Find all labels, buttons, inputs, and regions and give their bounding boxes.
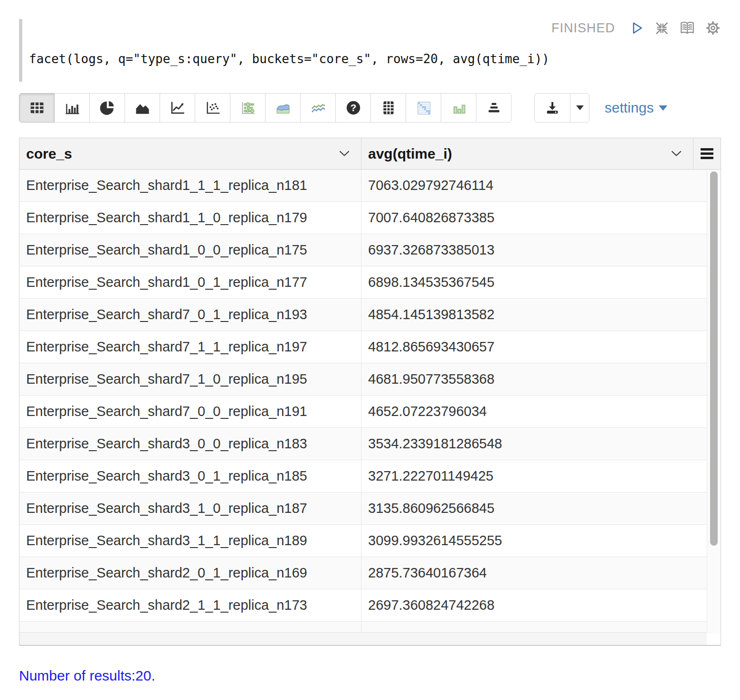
table-cell-core: Enterprise_Search_shard7_1_0_replica_n19…	[19, 363, 361, 395]
settings-label: settings	[605, 100, 654, 116]
table-cell-avg: 3534.2339181286548	[361, 428, 721, 460]
columns-icon	[451, 100, 467, 116]
vertical-scrollbar[interactable]	[707, 170, 721, 632]
scatter-plot-icon	[205, 100, 221, 116]
table-cell-avg: 2697.360824742268	[361, 589, 721, 621]
table-cell-core: Enterprise_Search_shard1_0_0_replica_n17…	[19, 234, 361, 266]
chart-type-heatmap-button[interactable]	[406, 93, 441, 123]
table-row: Enterprise_Search_shard3_0_0_replica_n18…	[19, 428, 721, 460]
gear-icon	[705, 20, 721, 36]
table-row: Enterprise_Search_shard7_0_1_replica_n19…	[19, 299, 721, 331]
chart-type-help-button[interactable]: ?	[335, 93, 371, 123]
table-row: Enterprise_Search_shard1_0_0_replica_n17…	[19, 234, 721, 266]
table-cell-avg: 3099.9932614555255	[361, 525, 721, 557]
download-icon	[544, 100, 560, 116]
chart-type-pie-button[interactable]	[89, 93, 125, 123]
caret-down-icon	[659, 105, 667, 111]
caret-down-icon	[576, 105, 584, 110]
table-cell-core: Enterprise_Search_shard3_1_0_replica_n18…	[19, 492, 361, 524]
chevron-down-icon[interactable]	[671, 151, 682, 157]
line-chart-icon	[170, 100, 186, 116]
vertical-scrollbar-thumb[interactable]	[710, 171, 718, 546]
table-cell-avg: 6898.134535367545	[361, 266, 721, 298]
table-cell-avg: 4652.07223796034	[361, 396, 721, 427]
chart-type-line-button[interactable]	[160, 93, 195, 123]
chart-type-columns-button[interactable]	[441, 93, 476, 123]
shrink-button[interactable]	[654, 20, 670, 36]
table-row: Enterprise_Search_shard3_1_0_replica_n18…	[19, 492, 721, 525]
table-row: Enterprise_Search_shard7_1_0_replica_n19…	[19, 363, 721, 396]
pyramid-icon	[486, 100, 502, 116]
settings-link[interactable]: settings	[605, 93, 667, 123]
table-cell-core: Enterprise_Search_shard2_1_1_replica_n17…	[19, 589, 361, 621]
table-cell-avg: 7063.029792746114	[361, 170, 721, 201]
column-header-core_s[interactable]: core_s	[19, 138, 361, 169]
table-row: Enterprise_Search_shard1_1_0_replica_n17…	[19, 202, 721, 234]
table-cell-core: Enterprise_Search_shard3_1_1_replica_n18…	[19, 525, 361, 557]
results-table: core_s avg(qtime_i) Enterprise_Search_sh…	[19, 138, 721, 646]
chart-type-scatter-button[interactable]	[195, 93, 230, 123]
chart-type-multi-line-button[interactable]	[300, 93, 336, 123]
table-row: Enterprise_Search_shard3_0_1_replica_n18…	[19, 460, 721, 492]
table-menu-button[interactable]	[693, 138, 721, 169]
column-header-avg-qtime[interactable]: avg(qtime_i)	[361, 138, 693, 169]
table-cell-avg: 4681.950773558368	[361, 363, 721, 395]
bubble-matrix-icon	[240, 100, 256, 116]
table-cell-core: Enterprise_Search_shard3_0_0_replica_n18…	[19, 428, 361, 460]
chart-type-pyramid-button[interactable]	[476, 93, 512, 123]
table-cell-avg: 3135.860962566845	[361, 492, 721, 524]
results-count: Number of results:20.	[19, 668, 155, 684]
play-icon	[629, 20, 645, 36]
table-row: Enterprise_Search_shard2_1_1_replica_n17…	[19, 589, 721, 622]
table-cell-core: Enterprise_Search_shard3_0_1_replica_n18…	[19, 460, 361, 492]
table-cell-avg: 4812.865693430657	[361, 331, 721, 363]
svg-text:?: ?	[350, 102, 356, 113]
notebook-button[interactable]	[679, 20, 695, 36]
shrink-icon	[654, 20, 670, 36]
table-cell-core: Enterprise_Search_shard1_1_1_replica_n18…	[19, 170, 361, 201]
chart-type-stacked-area-button[interactable]	[265, 93, 301, 123]
pie-chart-icon	[99, 100, 115, 116]
table-row: Enterprise_Search_shard1_1_1_replica_n18…	[19, 170, 721, 202]
table-row: Enterprise_Search_shard2_0_1_replica_n16…	[19, 557, 721, 589]
download-button[interactable]	[534, 93, 570, 123]
chevron-down-icon[interactable]	[339, 151, 350, 157]
table-cell-core: Enterprise_Search_shard2_0_1_replica_n16…	[19, 557, 361, 589]
horizontal-scrollbar[interactable]	[19, 632, 707, 645]
paragraph-status-row: FINISHED	[551, 18, 721, 38]
bar-chart-icon	[64, 100, 80, 116]
paragraph-settings-button[interactable]	[705, 20, 721, 36]
table-cell-core: Enterprise_Search_shard7_0_1_replica_n19…	[19, 299, 361, 331]
editor-gutter	[19, 19, 22, 82]
download-menu-button[interactable]	[570, 93, 589, 123]
chart-type-bubble-matrix-button[interactable]	[230, 93, 266, 123]
stacked-area-icon	[275, 100, 291, 116]
paragraph-status: FINISHED	[551, 21, 615, 36]
table-row: Enterprise_Search_shard3_1_1_replica_n18…	[19, 525, 721, 557]
column-label: avg(qtime_i)	[368, 146, 452, 162]
chart-type-table-button[interactable]	[19, 93, 55, 123]
column-label: core_s	[26, 146, 72, 162]
download-group	[534, 93, 589, 123]
code-editor[interactable]: facet(logs, q="type_s:query", buckets="c…	[29, 52, 550, 66]
table-cell-core: Enterprise_Search_shard7_0_0_replica_n19…	[19, 396, 361, 427]
table-row: Enterprise_Search_shard1_0_1_replica_n17…	[19, 266, 721, 299]
hamburger-icon	[701, 148, 713, 159]
table-row: Enterprise_Search_shard7_1_1_replica_n19…	[19, 331, 721, 363]
table-icon	[29, 100, 45, 116]
table-cell-avg: 3271.222701149425	[361, 460, 721, 492]
table-cell-core: Enterprise_Search_shard7_1_1_replica_n19…	[19, 331, 361, 363]
chart-type-area-button[interactable]	[124, 93, 160, 123]
data-grid-icon	[380, 100, 397, 116]
table-cell-avg: 2875.73640167364	[361, 557, 721, 589]
heatmap-icon	[416, 100, 432, 116]
chart-type-data-grid-button[interactable]	[370, 93, 406, 123]
table-cell-core: Enterprise_Search_shard1_1_0_replica_n17…	[19, 202, 361, 234]
chart-type-group: ?	[19, 93, 512, 123]
help-icon: ?	[345, 100, 361, 116]
table-cell-core: Enterprise_Search_shard1_0_1_replica_n17…	[19, 266, 361, 298]
run-button[interactable]	[629, 20, 645, 36]
table-header: core_s avg(qtime_i)	[19, 138, 721, 170]
chart-type-bar-button[interactable]	[54, 93, 90, 123]
book-icon	[679, 20, 695, 36]
